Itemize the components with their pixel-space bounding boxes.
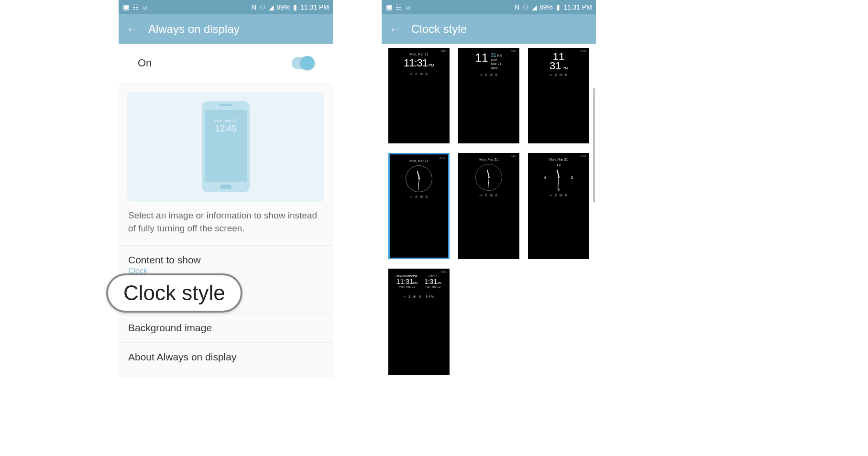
signal-icon: ◢ xyxy=(268,4,275,11)
menu-about-aod[interactable]: About Always on display xyxy=(119,342,333,371)
image-icon: ▣ xyxy=(122,4,129,11)
analog-clock-icon xyxy=(406,165,432,192)
world-city-1: Novokuznetsk xyxy=(396,274,418,278)
battery-percent: 89% xyxy=(276,3,290,11)
toggle-switch[interactable] xyxy=(292,57,314,69)
ampm: PM xyxy=(429,63,434,67)
wifi-icon: ⚆ xyxy=(522,4,529,11)
phone-right: ▣ ☷ ☺ N ⚆ ◢ 89% ▮ 11:31 PM ← Clock style… xyxy=(382,0,596,378)
phone-mockup: Mon, Mar 21 12:45 xyxy=(202,101,250,192)
card-battery: 84% xyxy=(439,156,445,159)
app-bar: ← Always on display xyxy=(119,14,333,44)
app-bar: ← Clock style xyxy=(382,14,596,44)
analog-clock-icon xyxy=(475,164,502,191)
card-notif: ⤻ 2 ✉ 6 xyxy=(409,72,429,76)
card-battery: 84% xyxy=(441,271,447,273)
clock-style-world[interactable]: 84% Novokuznetsk 11:31PM Mon, Mar 21 Seo… xyxy=(388,269,450,375)
toggle-knob xyxy=(300,56,315,70)
bat: 84% xyxy=(491,66,503,70)
menu-background-image[interactable]: Background image xyxy=(119,313,333,342)
image-icon: ▣ xyxy=(385,4,392,11)
card-notif: ⤻ 2 ✉ 6 xyxy=(549,194,568,197)
card-notif: ⤻ 2 ✉ 6 xyxy=(549,73,568,77)
world-ampm-1: PM xyxy=(413,282,418,284)
toggle-label: On xyxy=(138,57,152,69)
clock-min: 31 xyxy=(549,60,561,72)
world-city-2: Seoul xyxy=(424,274,441,278)
status-time: 11:31 PM xyxy=(563,3,592,11)
card-battery: 84% xyxy=(511,155,516,158)
ampm: PM xyxy=(497,54,503,57)
network-icon: ☷ xyxy=(132,4,139,11)
signal-icon: ◢ xyxy=(531,4,538,11)
ampm: PM xyxy=(562,66,568,70)
card-date: Mon, Mar 21 xyxy=(549,158,568,161)
card-notif: ⤻ 2 ✉ 6 xyxy=(479,73,498,77)
card-battery: 84% xyxy=(441,50,447,53)
clock-style-digital-1[interactable]: 84% Mon, Mar 21 11:31PM ⤻ 2 ✉ 6 xyxy=(388,48,450,143)
scrollbar[interactable] xyxy=(593,88,595,203)
clock-day: 31 xyxy=(491,53,496,58)
menu-title: Background image xyxy=(128,322,323,334)
aod-toggle-row[interactable]: On xyxy=(119,44,333,82)
card-battery: 84% xyxy=(511,50,516,53)
preview-card: Mon, Mar 21 12:45 xyxy=(127,92,324,202)
wifi-icon: ⚆ xyxy=(259,4,266,11)
card-notif: ⤻ 2 ✉ 6 xyxy=(409,195,429,199)
clock-hour: 11 xyxy=(475,53,488,63)
back-arrow-icon[interactable]: ← xyxy=(126,22,139,37)
world-date-1: Mon, Mar 21 xyxy=(396,285,418,288)
page-title: Clock style xyxy=(411,22,467,36)
back-arrow-icon[interactable]: ← xyxy=(389,22,402,37)
card-notif: ⤻ 2 ✉ 6 84% xyxy=(403,295,435,299)
clock-style-digital-3[interactable]: 84% 11 31PM ⤻ 2 ✉ 6 xyxy=(528,48,589,143)
clock-time: 11:31 xyxy=(404,57,428,69)
battery-icon: ▮ xyxy=(555,4,561,11)
dow: Mon xyxy=(491,58,503,62)
phone-left: ▣ ☷ ☺ N ⚆ ◢ 89% ▮ 11:31 PM ← Always on d… xyxy=(119,0,333,378)
mockup-time: 12:45 xyxy=(215,124,236,134)
menu-title: Content to show xyxy=(128,254,323,266)
clock-style-digital-2[interactable]: 84% 11 31 PM Mon Mar 21 84% ⤻ 2 ✉ 6 xyxy=(458,48,519,143)
status-bar: ▣ ☷ ☺ N ⚆ ◢ 89% ▮ 11:31 PM xyxy=(382,0,596,14)
clock-style-analog-3[interactable]: 84% Mon, Mar 21 936 ⤻ 2 ✉ 6 xyxy=(528,153,589,259)
world-ampm-2: AM xyxy=(437,282,441,284)
battery-icon: ▮ xyxy=(292,4,298,11)
card-date: Mon, Mar 21 xyxy=(479,158,498,161)
world-time-2: 1:31 xyxy=(424,278,437,285)
callout-bubble: Clock style xyxy=(106,273,242,313)
world-time-1: 11:31 xyxy=(396,278,413,285)
page-title: Always on display xyxy=(148,22,240,36)
clock-style-analog-1[interactable]: 84% Mon, Mar 21 ⤻ 2 ✉ 6 xyxy=(388,153,450,259)
mon: Mar 21 xyxy=(491,62,503,66)
nfc-icon: N xyxy=(251,4,257,11)
card-notif: ⤻ 2 ✉ 6 xyxy=(479,194,498,197)
network-icon: ☷ xyxy=(395,4,402,11)
clock-style-grid[interactable]: 84% Mon, Mar 21 11:31PM ⤻ 2 ✉ 6 84% 11 3… xyxy=(382,44,596,378)
mockup-screen: Mon, Mar 21 12:45 xyxy=(205,110,247,182)
description-text: Select an image or information to show i… xyxy=(119,207,333,245)
world-date-2: Tue, Mar 22 xyxy=(424,285,441,288)
status-time: 11:31 PM xyxy=(300,3,329,11)
app-icon: ☺ xyxy=(142,4,148,11)
analog-clock-icon: 936 xyxy=(545,164,572,191)
battery-percent: 89% xyxy=(539,3,553,11)
card-battery: 84% xyxy=(581,50,586,53)
card-battery: 84% xyxy=(581,155,586,158)
app-icon: ☺ xyxy=(405,4,411,11)
card-date: Mon, Mar 21 xyxy=(409,159,428,163)
status-bar: ▣ ☷ ☺ N ⚆ ◢ 89% ▮ 11:31 PM xyxy=(119,0,333,14)
clock-style-analog-2[interactable]: 84% Mon, Mar 21 ⤻ 2 ✉ 6 xyxy=(458,153,519,259)
mockup-date: Mon, Mar 21 xyxy=(215,119,237,123)
card-date: Mon, Mar 21 xyxy=(409,53,428,56)
nfc-icon: N xyxy=(514,4,520,11)
menu-title: About Always on display xyxy=(128,351,323,363)
